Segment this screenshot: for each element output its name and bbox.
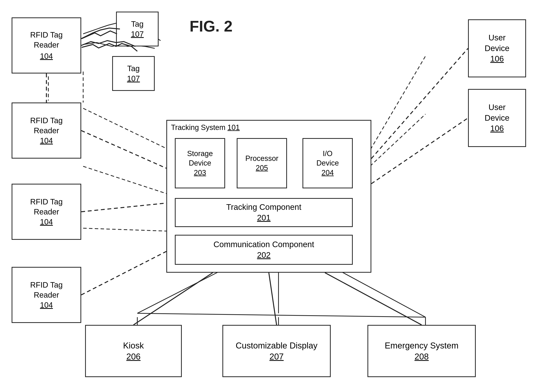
tag-2: Tag 107 [112,56,155,91]
rfid-reader-2: RFID TagReader 104 [12,103,81,159]
tracking-system-label: Tracking System 101 [171,123,240,132]
svg-line-17 [81,252,166,295]
svg-line-22 [325,273,422,325]
svg-line-18 [371,48,468,159]
svg-line-16 [81,203,166,212]
user-device-1: UserDevice 106 [468,19,526,77]
svg-line-19 [371,118,468,184]
rfid-reader-3: RFID TagReader 104 [12,184,81,240]
rfid-reader-1: RFID TagReader 104 [12,17,81,73]
comm-component: Communication Component 202 [175,235,353,265]
customizable-display: Customizable Display 207 [223,325,331,377]
io-device: I/ODevice 204 [302,138,353,188]
svg-line-9 [329,265,425,317]
rfid-reader-4: RFID TagReader 104 [12,267,81,323]
storage-device: StorageDevice 203 [175,138,225,188]
kiosk: Kiosk 206 [85,325,182,377]
svg-line-21 [269,273,277,325]
processor: Processor 205 [237,138,287,188]
user-device-2: UserDevice 106 [468,89,526,147]
tracking-system-box: Tracking System 101 StorageDevice 203 Pr… [166,120,371,273]
tag-1: Tag 107 [116,12,159,46]
diagram: FIG. 2 RFID TagReader 104 Tag 107 Tag 10… [0,0,551,392]
svg-line-20 [133,273,213,325]
fig-label: FIG. 2 [189,17,232,35]
svg-line-15 [81,131,166,168]
emergency-system: Emergency System 208 [368,325,476,377]
svg-line-10 [137,313,425,317]
tracking-component: Tracking Component 201 [175,198,353,227]
